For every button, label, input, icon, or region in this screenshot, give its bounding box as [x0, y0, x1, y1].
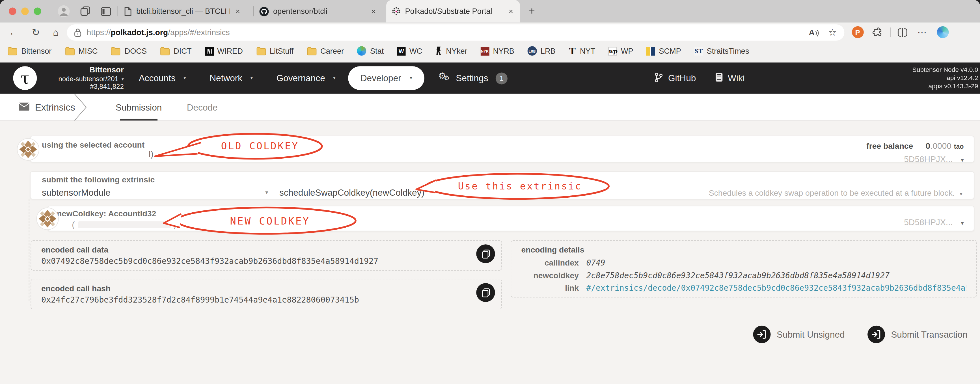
- newcoldkey-key: newcoldkey: [521, 271, 579, 280]
- svg-text:OLD COLDKEY: OLD COLDKEY: [221, 140, 299, 151]
- newyorker-favicon: [436, 46, 442, 56]
- browser-tab-polkadot-portal[interactable]: Polkadot/Substrate Portal ×: [386, 0, 520, 22]
- copy-call-data-button[interactable]: [476, 244, 495, 263]
- encoded-section: encoded call data 0x07492c8e758dec5b9cd0…: [30, 240, 977, 309]
- page-tab-strip: Extrinsics Submission Decode: [0, 94, 980, 121]
- chain-name: Bittensor: [45, 65, 124, 75]
- branch-icon: [654, 72, 663, 84]
- tab-decode[interactable]: Decode: [187, 94, 218, 121]
- actions-row: Submit Unsigned Submit Transaction: [0, 326, 967, 343]
- chevron-down-icon: ▾: [410, 75, 412, 81]
- breadcrumb: Extrinsics: [19, 102, 75, 112]
- back-button[interactable]: ←: [9, 27, 19, 37]
- nav-governance[interactable]: Governance▾: [277, 73, 336, 83]
- toolbar-separator: [890, 27, 890, 37]
- nyt-favicon: T: [569, 46, 576, 56]
- svg-text:NEW COLDKEY: NEW COLDKEY: [230, 215, 310, 227]
- tab-submission[interactable]: Submission: [116, 94, 162, 121]
- nav-developer[interactable]: Developer▾: [348, 66, 425, 90]
- apps-version: apps v0.143.3-29: [912, 82, 978, 90]
- bookmark-dict[interactable]: DICT: [160, 47, 191, 56]
- breadcrumb-chevron: [74, 94, 88, 123]
- chevron-down-icon: ▾: [265, 190, 268, 196]
- encoded-call-data-value[interactable]: 0x07492c8e758dec5b9cd0c86e932ce5843f932a…: [41, 256, 492, 266]
- module-value: subtensorModule: [42, 188, 110, 198]
- close-tab-icon[interactable]: ×: [508, 7, 514, 16]
- main-nav: Accounts▾ Network▾ Governance▾: [139, 73, 336, 83]
- bittensor-logo[interactable]: τ: [13, 66, 37, 90]
- bookmark-nyt[interactable]: T NYT: [569, 46, 595, 56]
- favorite-star-icon[interactable]: ☆: [828, 27, 837, 38]
- more-menu-icon[interactable]: ⋯: [917, 27, 927, 38]
- bookmark-docs[interactable]: DOCS: [111, 47, 147, 56]
- wc-favicon: W: [397, 47, 406, 56]
- straitstimes-favicon: ST: [694, 47, 703, 56]
- params-guide-line: [29, 199, 29, 301]
- sidebar-toggle-icon[interactable]: [101, 6, 111, 16]
- submit-transaction-button[interactable]: Submit Transaction: [867, 326, 967, 343]
- bookmark-wc[interactable]: W WC: [397, 47, 422, 56]
- chevron-down-icon: ▾: [333, 75, 336, 81]
- traffic-lights: [9, 8, 41, 15]
- bookmark-bittensor[interactable]: Bittensor: [8, 47, 52, 56]
- browser-tab-btcli-docs[interactable]: btcli.bittensor_cli — BTCLI Docs ×: [118, 0, 247, 22]
- balance-int: 0: [926, 142, 931, 151]
- bookmark-stat[interactable]: Stat: [357, 46, 384, 56]
- address-bar[interactable]: https://polkadot.js.org/apps/#/extrinsic…: [67, 24, 844, 40]
- close-tab-icon[interactable]: ×: [234, 7, 241, 16]
- home-button[interactable]: ⌂: [53, 27, 59, 37]
- account-identicon[interactable]: [17, 138, 40, 163]
- sign-in-icon: [867, 326, 885, 343]
- bookmark-misc[interactable]: MISC: [65, 47, 98, 56]
- bookmark-scmp[interactable]: SCMP: [646, 47, 681, 56]
- github-link[interactable]: GitHub: [654, 72, 696, 84]
- copy-call-hash-button[interactable]: [476, 283, 495, 302]
- wiki-link[interactable]: Wiki: [715, 72, 745, 84]
- url-text[interactable]: https://polkadot.js.org/apps/#/extrinsic…: [86, 27, 809, 37]
- bookmark-wired[interactable]: WIRED: [205, 47, 243, 56]
- encoded-call-hash-value[interactable]: 0x24fc27c796be3fdd323528f7d2c84f8999b1e7…: [41, 295, 492, 304]
- chevron-down-icon[interactable]: ▾: [961, 220, 964, 226]
- close-window-button[interactable]: [9, 8, 16, 15]
- gears-icon: ⚙⚙: [438, 72, 451, 84]
- profile-avatar-icon[interactable]: [57, 5, 70, 18]
- browser-tab-opentensor[interactable]: opentensor/btcli ×: [254, 0, 382, 22]
- new-tab-button[interactable]: +: [529, 5, 535, 18]
- copilot-icon[interactable]: [937, 26, 949, 38]
- param-identicon[interactable]: [36, 207, 59, 233]
- nav-accounts[interactable]: Accounts▾: [139, 73, 186, 83]
- api-version: api v12.4.2: [912, 74, 978, 82]
- minimize-window-button[interactable]: [21, 8, 29, 15]
- bookmark-nyrb[interactable]: NYR NYRB: [480, 47, 514, 56]
- read-aloud-icon[interactable]: A: [809, 28, 820, 37]
- split-screen-icon[interactable]: [897, 28, 907, 37]
- tab-title: opentensor/btcli: [273, 7, 366, 16]
- polkadot-extension-icon[interactable]: P: [852, 26, 864, 38]
- bookmark-litstuff[interactable]: LitStuff: [256, 47, 293, 56]
- account-address[interactable]: 5D58HPJX...: [904, 155, 953, 164]
- decode-link[interactable]: #/extrinsics/decode/0x07492c8e758dec5b9c…: [586, 283, 966, 292]
- bookmark-nyker[interactable]: NYker: [436, 46, 468, 56]
- module-select[interactable]: subtensorModule ▾: [42, 188, 268, 198]
- submit-unsigned-button[interactable]: Submit Unsigned: [753, 326, 845, 343]
- nav-network[interactable]: Network▾: [210, 73, 253, 83]
- encoded-call-data-label: encoded call data: [41, 245, 492, 254]
- tab-overview-icon[interactable]: [80, 6, 91, 16]
- book-icon: [715, 72, 723, 84]
- zoom-window-button[interactable]: [33, 8, 41, 15]
- bookmark-lrb[interactable]: LRB LRB: [527, 46, 555, 56]
- chevron-down-icon[interactable]: ▾: [961, 157, 964, 163]
- close-tab-icon[interactable]: ×: [370, 7, 377, 16]
- bookmark-career[interactable]: Career: [307, 47, 344, 56]
- reload-button[interactable]: ↻: [32, 27, 40, 37]
- node-info[interactable]: Bittensor node-subtensor/201▾ #3,841,822: [45, 65, 124, 91]
- nav-settings[interactable]: ⚙⚙ Settings 1: [438, 72, 508, 84]
- nyrb-favicon: NYR: [480, 47, 489, 56]
- extensions-puzzle-icon[interactable]: [872, 27, 882, 37]
- encoded-call-hash-box: encoded call hash 0x24fc27c796be3fdd3235…: [30, 279, 502, 309]
- node-version: Subtensor Node v4.0.0: [912, 66, 978, 74]
- bookmark-wp[interactable]: wp WP: [608, 47, 633, 56]
- folder-icon: [8, 47, 18, 56]
- param-address[interactable]: 5D58HPJX...: [904, 217, 953, 227]
- bookmark-straitstimes[interactable]: ST StraitsTimes: [694, 47, 749, 56]
